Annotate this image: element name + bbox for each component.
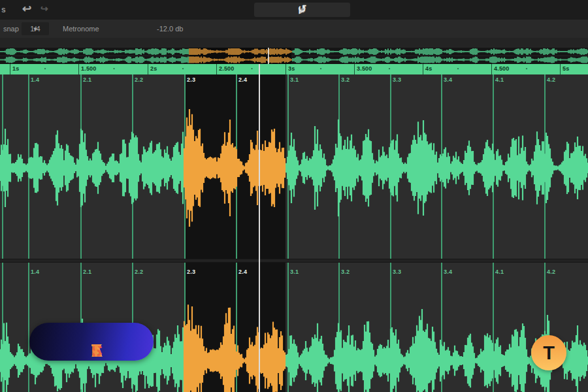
metronome-label: Metronome: [63, 25, 99, 33]
beat-label: 3.2: [341, 76, 350, 83]
beat-label: 2.2: [135, 269, 143, 275]
undo-icon[interactable]: ↩: [22, 2, 31, 16]
beat-label: 3.1: [290, 269, 299, 275]
edit-toolbar: snap 1/4 ▾ ✓ Metronome -12.0 db: [0, 20, 588, 38]
ruler-tick-label: 1s: [12, 65, 19, 72]
talkcatalyst-logo: TALKCATALYST: [29, 323, 154, 361]
ruler-tick-label: 1.500: [81, 65, 97, 72]
ruler-mid-dot: ·: [44, 65, 47, 73]
beat-label: 2.3: [187, 76, 195, 83]
playhead-line[interactable]: [259, 64, 260, 392]
chevron-down-icon: ▾: [33, 25, 37, 33]
beat-label: 1.4: [31, 269, 39, 275]
redo-icon[interactable]: ↪: [41, 3, 48, 14]
snap-label: snap: [3, 25, 19, 33]
ruler-tick-label: 4s: [425, 65, 432, 72]
beat-label: 3.4: [444, 269, 452, 275]
ruler-mid-dot: ·: [526, 65, 529, 73]
beat-label: 4.1: [495, 269, 504, 275]
beat-label: 3.3: [393, 269, 401, 275]
ruler-tick: [216, 64, 217, 74]
beat-label: 3.2: [341, 269, 350, 275]
beat-label: 3.4: [444, 76, 452, 83]
beat-label: 1.4: [31, 76, 39, 83]
ruler-tick: [286, 64, 286, 74]
beat-label: 4.2: [547, 76, 555, 83]
beat-label: 3.1: [290, 76, 299, 83]
beat-label: 3.3: [393, 76, 401, 83]
ruler-tick-label: 2s: [150, 65, 157, 72]
loop-button[interactable]: ↺: [298, 4, 306, 14]
beat-label: 2.3: [187, 269, 195, 275]
volume-db-value: -12.0 db: [157, 25, 183, 33]
ruler-tick: [560, 64, 561, 74]
window-title-fragment: s: [1, 5, 6, 14]
beat-label: 2.1: [83, 76, 91, 83]
ruler-tick-label: 3s: [288, 65, 295, 72]
ruler-tick: [10, 64, 10, 74]
ruler-mid-dot: ·: [251, 65, 253, 73]
waveform-overview-strip[interactable]: [0, 38, 588, 64]
beat-label: 2.1: [83, 269, 91, 275]
beat-label: 2.4: [238, 76, 247, 83]
overview-waveform: [0, 48, 588, 64]
ruler-mid-dot: ·: [182, 65, 185, 73]
badge-letter: T: [543, 344, 555, 363]
beat-label: 2.2: [135, 76, 143, 83]
audio-editor-window: s ↩ ↪ ▶ ■ ↺ snap 1/4 ▾ ✓ Metronome -12.0…: [0, 0, 588, 392]
ruler-mid-dot: ·: [457, 65, 460, 73]
ruler-tick-label: 5s: [563, 65, 569, 72]
ruler-mid-dot: ·: [389, 65, 391, 73]
ruler-tick: [78, 64, 79, 74]
top-bar: s ↩ ↪ ▶ ■ ↺: [0, 0, 588, 20]
beat-label: 4.1: [495, 76, 504, 83]
timeline-ruler[interactable]: 1s·1.500·2s·2.500·3s·3.500·4s·4.500·5s: [0, 64, 588, 74]
ruler-tick-label: 3.500: [357, 65, 372, 72]
ruler-tick: [354, 64, 355, 74]
transport-controls: ▶ ■ ↺: [254, 3, 350, 17]
ruler-tick: [423, 64, 423, 74]
ruler-mid-dot: ·: [113, 65, 116, 73]
ruler-tick: [491, 64, 492, 74]
ruler-tick-label: 2.500: [219, 65, 235, 72]
channel-badge: T: [531, 335, 566, 370]
grid-division-dropdown[interactable]: 1/4 ▾: [22, 22, 49, 35]
beat-label: 2.4: [238, 269, 247, 275]
ruler-mid-dot: ·: [320, 65, 323, 73]
logo-letter: T: [91, 342, 101, 360]
ruler-tick: [148, 64, 148, 74]
beat-label: 4.2: [547, 269, 555, 275]
ruler-tick-label: 4.500: [494, 65, 510, 72]
